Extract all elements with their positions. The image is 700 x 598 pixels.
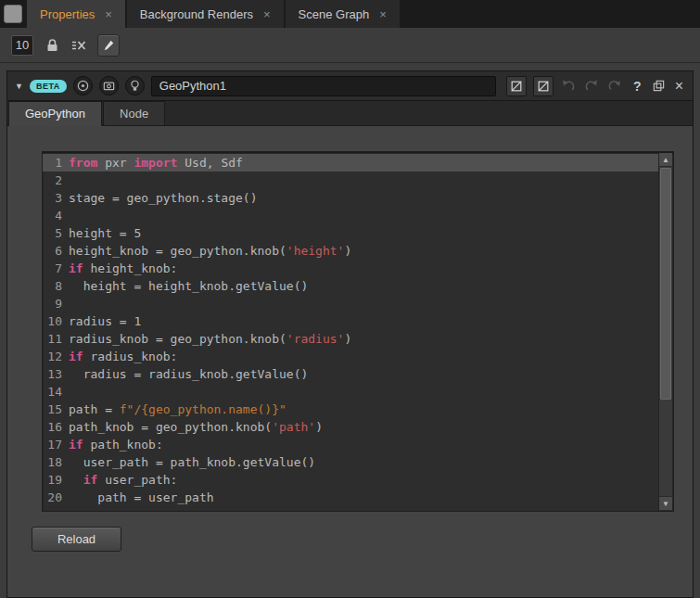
- tab-node[interactable]: Node: [103, 101, 165, 125]
- center-node-icon[interactable]: [73, 76, 93, 95]
- line-number: 14: [43, 383, 69, 401]
- code-line[interactable]: 12if radius_knob:: [43, 348, 658, 365]
- line-number: 7: [43, 260, 69, 277]
- edit-pencil-button[interactable]: [97, 34, 120, 57]
- close-all-panels-icon[interactable]: [70, 37, 87, 54]
- undo-icon: [560, 78, 577, 95]
- line-number: 3: [43, 189, 69, 207]
- code-text: height = 5: [69, 224, 658, 242]
- code-text: radius = 1: [69, 312, 658, 330]
- tab-background-renders-label: Background Renders: [140, 7, 253, 21]
- code-line[interactable]: 21: [43, 506, 658, 512]
- revert-icon: [606, 78, 623, 95]
- code-text: if height_knob:: [69, 260, 658, 277]
- geopython-tab-content: 1from pxr import Usd, Sdf23stage = geo_p…: [7, 126, 693, 597]
- line-number: 20: [43, 489, 69, 506]
- code-text: if path_knob:: [69, 436, 658, 453]
- code-line[interactable]: 11radius_knob = geo_python.knob('radius'…: [43, 330, 658, 348]
- code-text: [69, 172, 658, 189]
- reload-button[interactable]: Reload: [32, 527, 121, 552]
- help-button[interactable]: ?: [630, 79, 645, 94]
- close-icon[interactable]: ×: [379, 8, 387, 20]
- line-number: 9: [43, 295, 69, 312]
- tab-properties[interactable]: Properties ×: [27, 0, 125, 28]
- code-line[interactable]: 2: [43, 172, 658, 189]
- square-diagonal-icon-2[interactable]: [533, 76, 554, 96]
- code-line[interactable]: 14: [43, 383, 658, 401]
- code-line[interactable]: 3stage = geo_python.stage(): [43, 189, 658, 207]
- code-line[interactable]: 19 if user_path:: [43, 471, 658, 489]
- code-text: [69, 295, 658, 312]
- code-line[interactable]: 15path = f"/{geo_python.name()}": [43, 401, 658, 418]
- tab-properties-label: Properties: [40, 7, 95, 21]
- line-number: 6: [43, 242, 69, 260]
- undock-panel-icon[interactable]: [652, 79, 667, 94]
- lightbulb-icon[interactable]: [125, 76, 145, 95]
- close-panel-icon[interactable]: ×: [673, 78, 685, 95]
- close-icon[interactable]: ×: [263, 8, 271, 20]
- code-line[interactable]: 18 user_path = path_knob.getValue(): [43, 453, 658, 471]
- lock-icon[interactable]: [44, 37, 60, 54]
- tab-geopython[interactable]: GeoPython: [8, 101, 102, 126]
- code-text: radius = radius_knob.getValue(): [69, 365, 658, 383]
- line-number: 18: [43, 453, 69, 471]
- tab-background-renders[interactable]: Background Renders ×: [127, 0, 284, 28]
- code-text: [69, 506, 658, 512]
- pane-menu-icon[interactable]: [4, 5, 22, 23]
- line-number: 21: [43, 506, 69, 512]
- line-number: 11: [43, 330, 69, 348]
- code-line[interactable]: 13 radius = radius_knob.getValue(): [43, 365, 658, 383]
- scroll-down-icon[interactable]: ▼: [659, 496, 672, 510]
- line-number: 19: [43, 471, 69, 489]
- line-number: 12: [43, 348, 69, 365]
- code-text: path_knob = geo_python.knob('path'): [69, 418, 658, 436]
- code-text: if user_path:: [69, 471, 658, 489]
- line-number: 17: [43, 436, 69, 453]
- python-code-editor[interactable]: 1from pxr import Usd, Sdf23stage = geo_p…: [42, 151, 674, 512]
- code-text: from pxr import Usd, Sdf: [69, 154, 658, 172]
- line-number: 2: [43, 172, 69, 189]
- line-number: 15: [43, 401, 69, 418]
- scrollbar-thumb[interactable]: [660, 168, 671, 400]
- code-line[interactable]: 9: [43, 295, 658, 312]
- line-number: 8: [43, 277, 69, 295]
- code-line[interactable]: 6height_knob = geo_python.knob('height'): [43, 242, 658, 260]
- line-number: 4: [43, 207, 69, 224]
- code-text: height = height_knob.getValue(): [69, 277, 658, 295]
- node-name-input[interactable]: GeoPython1: [151, 76, 496, 96]
- pane-tab-bar: Properties × Background Renders × Scene …: [0, 0, 700, 28]
- code-line[interactable]: 5height = 5: [43, 224, 658, 242]
- node-properties-panel: ▼ BETA GeoPython1: [6, 70, 694, 598]
- line-number: 1: [43, 154, 69, 172]
- code-line[interactable]: 10radius = 1: [43, 312, 658, 330]
- scroll-up-icon[interactable]: ▲: [659, 153, 672, 167]
- redo-icon: [583, 78, 600, 95]
- line-number: 5: [43, 224, 69, 242]
- code-text: path = user_path: [69, 489, 658, 506]
- close-icon[interactable]: ×: [105, 8, 112, 20]
- code-line[interactable]: 16path_knob = geo_python.knob('path'): [43, 418, 658, 436]
- properties-window: Properties × Background Renders × Scene …: [0, 0, 700, 598]
- code-line[interactable]: 8 height = height_knob.getValue(): [43, 277, 658, 295]
- code-lines: 1from pxr import Usd, Sdf23stage = geo_p…: [43, 154, 658, 512]
- editor-scrollbar[interactable]: ▲ ▼: [658, 153, 672, 510]
- properties-toolbar: 10: [0, 28, 700, 63]
- code-line[interactable]: 4: [43, 207, 658, 224]
- code-line[interactable]: 17if path_knob:: [43, 436, 658, 453]
- code-text: [69, 207, 658, 224]
- tab-scene-graph[interactable]: Scene Graph ×: [286, 0, 400, 28]
- square-diagonal-icon-1[interactable]: [506, 76, 527, 96]
- code-text: stage = geo_python.stage(): [69, 189, 658, 207]
- code-line[interactable]: 7if height_knob:: [43, 260, 658, 277]
- pencil-icon: [102, 39, 115, 52]
- max-panels-input[interactable]: 10: [11, 35, 33, 56]
- line-number: 13: [43, 365, 69, 383]
- snapshot-icon[interactable]: [99, 76, 119, 95]
- code-text: radius_knob = geo_python.knob('radius'): [69, 330, 658, 348]
- tab-scene-graph-label: Scene Graph: [299, 7, 370, 21]
- code-line[interactable]: 20 path = user_path: [43, 489, 658, 506]
- collapse-caret-icon[interactable]: ▼: [15, 82, 23, 91]
- code-text: [69, 383, 658, 401]
- node-panel-header: ▼ BETA GeoPython1: [7, 71, 693, 101]
- code-line[interactable]: 1from pxr import Usd, Sdf: [43, 154, 658, 172]
